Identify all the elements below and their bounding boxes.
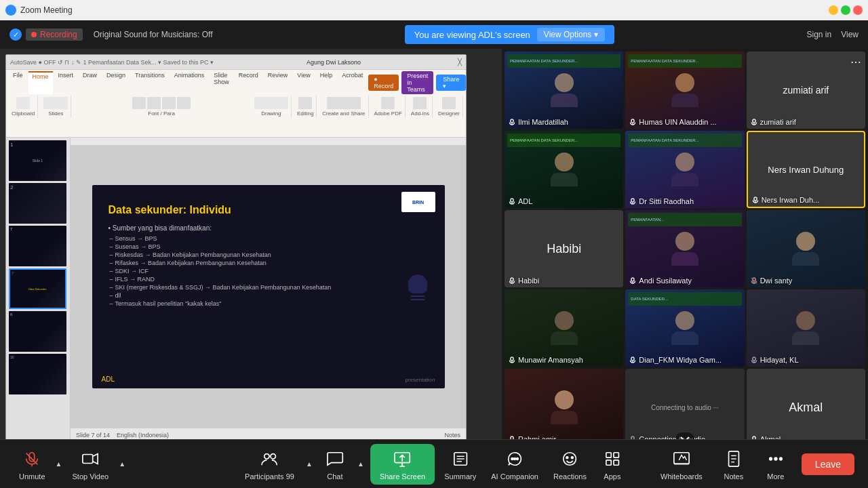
share-screen-button[interactable]: Share Screen bbox=[370, 444, 435, 485]
participant-video-4 bbox=[551, 152, 578, 186]
ribbon-tab-design[interactable]: Design bbox=[102, 71, 130, 94]
unmute-caret[interactable]: ▲ bbox=[54, 455, 64, 474]
leave-button[interactable]: Leave bbox=[802, 453, 854, 475]
title-bar: Zoom Meeting bbox=[0, 0, 868, 20]
sign-in-button[interactable]: Sign in bbox=[807, 30, 832, 39]
slide-main: BRIN Data sekunder: Individu • Sumber ya… bbox=[71, 138, 466, 441]
ribbon-tab-animations[interactable]: Animations bbox=[170, 71, 209, 94]
presentation-area: AutoSave ● OFF ↺ ⊓ ↓ ✎ 1 Pemanfaatan Dat… bbox=[0, 49, 502, 449]
slide-logo: BRIN bbox=[401, 192, 435, 212]
companion-icon bbox=[506, 450, 524, 468]
reactions-icon-wrap bbox=[559, 448, 580, 470]
svg-rect-19 bbox=[511, 357, 513, 361]
participant-name-4: ADL bbox=[509, 197, 532, 205]
svg-rect-10 bbox=[754, 197, 757, 201]
participant-video-8 bbox=[671, 232, 698, 266]
share-screen-icon bbox=[394, 450, 412, 468]
apps-icon bbox=[604, 450, 621, 468]
participant-name-1: Ilmi Mardatillah bbox=[509, 118, 568, 126]
summary-icon-wrap bbox=[450, 448, 471, 470]
svg-rect-2 bbox=[631, 119, 634, 123]
ribbon-tab-review[interactable]: Review bbox=[264, 71, 292, 94]
svg-point-61 bbox=[770, 458, 772, 460]
participant-tile-3: ⋯ zumiati arif zumiati arif bbox=[747, 52, 865, 129]
ribbon-tab-help[interactable]: Help bbox=[316, 71, 337, 94]
chat-button[interactable]: Chat bbox=[319, 445, 351, 483]
slide-preview-2: PEMANFAATAN DATA SEKUNDER... bbox=[628, 54, 741, 68]
participants-button[interactable]: Participants 99 bbox=[239, 445, 300, 483]
ribbon-tab-transitions[interactable]: Transitions bbox=[131, 71, 169, 94]
slide-thumb-2[interactable]: 2 bbox=[9, 183, 66, 224]
reactions-icon bbox=[561, 450, 578, 468]
notes-button[interactable]: Notes bbox=[717, 445, 750, 483]
maximize-button[interactable] bbox=[841, 5, 850, 15]
slide-thumb-3[interactable]: 7 bbox=[9, 226, 66, 266]
participant-more-button-3[interactable]: ⋯ bbox=[850, 56, 861, 68]
present-teams-button[interactable]: Present in Teams bbox=[401, 71, 433, 94]
ppt-close-button[interactable]: ╳ bbox=[458, 58, 462, 66]
svg-rect-12 bbox=[511, 278, 513, 281]
ribbon-tab-draw[interactable]: Draw bbox=[79, 71, 101, 94]
slide-bullet-1: Sensus → BPS bbox=[108, 235, 429, 243]
participant-video-12 bbox=[792, 311, 819, 345]
stop-video-icon-wrap bbox=[79, 448, 101, 470]
summary-button[interactable]: Summary bbox=[439, 445, 481, 483]
slides-group: Slides bbox=[41, 96, 71, 118]
ribbon-tab-file[interactable]: File bbox=[9, 71, 27, 94]
video-caret[interactable]: ▲ bbox=[117, 455, 127, 474]
participant-name-11: Dian_FKM Widya Gam... bbox=[629, 356, 722, 364]
slide-bullet-5: SDKI → ICF bbox=[108, 267, 429, 275]
stop-video-button[interactable]: Stop Video bbox=[67, 445, 115, 483]
svg-point-63 bbox=[779, 458, 782, 460]
view-options-button[interactable]: View Options ▾ bbox=[537, 28, 605, 41]
chat-caret[interactable]: ▲ bbox=[355, 455, 366, 474]
reactions-button[interactable]: Reactions bbox=[548, 445, 592, 483]
slide-title: Data sekunder: Individu bbox=[108, 204, 429, 216]
participant-video-1 bbox=[551, 73, 578, 107]
participant-tile-10: Munawir Amansyah bbox=[505, 289, 623, 367]
slide-notes-label: Notes bbox=[444, 432, 460, 439]
svg-point-62 bbox=[774, 458, 777, 460]
ppt-user: Agung Dwi Laksono bbox=[214, 59, 454, 66]
view-button[interactable]: View bbox=[841, 30, 859, 39]
font-group: Font / Para bbox=[74, 96, 249, 118]
ribbon-tab-home[interactable]: Home bbox=[28, 71, 53, 94]
unmute-button[interactable]: Unmute bbox=[14, 445, 51, 483]
slide-thumb-1[interactable]: Slide 1 1 bbox=[9, 140, 66, 181]
record-button[interactable]: ● Record bbox=[368, 75, 399, 91]
ribbon-tools: Clipboard Slides Font / Para bbox=[9, 96, 463, 118]
toolbar-left: Unmute ▲ Stop Video ▲ bbox=[14, 445, 127, 483]
participants-icon-wrap bbox=[259, 448, 281, 470]
ribbon-tabs: File Home Insert Draw Design Transitions… bbox=[9, 71, 463, 94]
ribbon-tab-record[interactable]: Record bbox=[235, 71, 262, 94]
mute-icon bbox=[23, 450, 41, 468]
ppt-ribbon: File Home Insert Draw Design Transitions… bbox=[6, 70, 466, 138]
svg-rect-23 bbox=[753, 357, 755, 361]
ribbon-tab-acrobat[interactable]: Acrobat bbox=[338, 71, 367, 94]
slide-thumb-6[interactable]: 10 bbox=[9, 354, 66, 394]
participant-video-13 bbox=[551, 390, 578, 424]
share-button[interactable]: Share ▾ bbox=[436, 75, 466, 91]
slide-bullet-7: SKI (merger Riskesdas & SSGJ) → Badan Ke… bbox=[108, 283, 429, 291]
designer-group: Designer bbox=[435, 96, 463, 118]
ribbon-tab-slideshow[interactable]: Slide Show bbox=[210, 71, 233, 94]
ppt-title-bar: AutoSave ● OFF ↺ ⊓ ↓ ✎ 1 Pemanfaatan Dat… bbox=[6, 55, 466, 70]
participants-caret[interactable]: ▲ bbox=[304, 455, 315, 474]
top-bar-right: Sign in View bbox=[807, 30, 859, 39]
ribbon-tab-insert[interactable]: Insert bbox=[54, 71, 78, 94]
slide-thumb-5[interactable]: 8 bbox=[9, 311, 66, 352]
slide-thumb-active[interactable]: Data Sekunder 7 bbox=[9, 268, 66, 309]
ribbon-tab-view[interactable]: View bbox=[293, 71, 314, 94]
svg-rect-14 bbox=[631, 278, 634, 281]
clipboard-group: Clipboard bbox=[9, 96, 38, 118]
companion-button[interactable]: AI Companion bbox=[486, 445, 544, 483]
slide-canvas[interactable]: BRIN Data sekunder: Individu • Sumber ya… bbox=[71, 146, 466, 428]
slide-bullet-4: Rifaskes → Badan Kebijakan Pembangunan K… bbox=[108, 259, 429, 267]
close-button[interactable] bbox=[853, 5, 863, 15]
whiteboards-button[interactable]: Whiteboards bbox=[655, 445, 708, 483]
svg-rect-6 bbox=[511, 199, 513, 202]
minimize-button[interactable] bbox=[829, 5, 838, 15]
slide-bullet-8: dll bbox=[108, 291, 429, 300]
apps-button[interactable]: Apps bbox=[596, 445, 629, 483]
more-button[interactable]: More bbox=[760, 445, 792, 483]
